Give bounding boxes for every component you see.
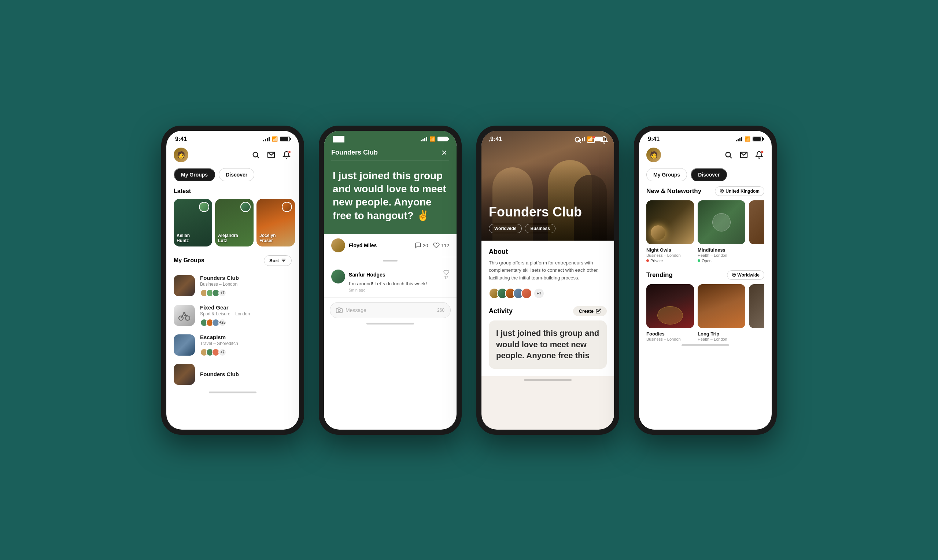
notification-icon-1[interactable] xyxy=(282,150,292,160)
group-thumb-founders2 xyxy=(174,364,195,385)
sort-button[interactable]: Sort xyxy=(264,255,292,266)
message-item-1[interactable]: Sanfur Hodges 12 I´m around! Let´s do lu… xyxy=(324,265,456,298)
status-dot-mindfulness xyxy=(698,259,700,262)
trending-location-label: Worldwide xyxy=(738,272,759,278)
wifi-icon-1: 📶 xyxy=(272,136,278,142)
latest-card-alejandra[interactable]: AlejandraLutz xyxy=(215,199,254,246)
comment-count-text: 20 xyxy=(423,243,428,248)
discover-tab-4[interactable]: Discover xyxy=(691,168,727,181)
battery-icon-2 xyxy=(437,137,448,142)
latest-avatar-kellan xyxy=(199,202,209,212)
mail-icon-1[interactable] xyxy=(266,150,276,160)
svg-point-6 xyxy=(185,316,190,320)
latest-card-kellan[interactable]: KellanHuntz xyxy=(174,199,212,246)
group-info-fixedgear: Fixed Gear Sport & Leisure – London +25 xyxy=(200,305,292,327)
card-status-label-night-owls: Private xyxy=(650,258,663,263)
message-input[interactable]: Message xyxy=(345,307,437,313)
user-avatar-4[interactable]: 🧑 xyxy=(646,148,661,162)
activity-title: Activity xyxy=(489,307,513,315)
notification-dot-1 xyxy=(288,151,291,154)
latest-scroll: KellanHuntz AlejandraLutz JocelynFraser xyxy=(166,199,299,254)
msg-content-1: Sanfur Hodges 12 I´m around! Let´s do lu… xyxy=(349,269,449,292)
group-more-founders: +7 xyxy=(219,289,226,297)
latest-card-jocelyn[interactable]: JocelynFraser xyxy=(256,199,295,246)
trending-title: Trending xyxy=(646,271,673,279)
big-message: I just joined this group and would love … xyxy=(333,169,448,223)
group-item-founders[interactable]: Founders Club Business – London +7 xyxy=(166,271,299,301)
card-long-trip[interactable]: Long Trip Health – London xyxy=(698,284,745,342)
my-groups-title: My Groups xyxy=(174,257,205,264)
svg-point-16 xyxy=(721,190,722,191)
home-indicator-4 xyxy=(682,344,729,346)
comment-count: 20 xyxy=(415,242,428,249)
nn-cards: Night Owls Business – London Private xyxy=(646,200,764,263)
status-bar-2: 9:41 📶 xyxy=(324,131,456,145)
chat-header-divider xyxy=(331,160,449,160)
group-info-founders: Founders Club Business – London +7 xyxy=(200,275,292,297)
notification-icon-4[interactable] xyxy=(754,150,764,160)
group-name-founders2: Founders Club xyxy=(200,371,292,377)
msg-like-1[interactable]: 12 xyxy=(444,269,449,280)
phone-2-shell: 9:41 📶 Founders Club ✕ xyxy=(319,126,462,435)
battery-icon-3 xyxy=(595,137,605,142)
card-name-mindfulness: Mindfulness xyxy=(698,247,745,253)
card-img-mindfulness xyxy=(698,200,745,244)
mail-icon-4[interactable] xyxy=(739,150,749,160)
card-sub-foodies: Business – London xyxy=(646,337,694,342)
svg-point-17 xyxy=(733,274,734,275)
user-avatar-1[interactable]: 🧑 xyxy=(174,148,188,162)
search-icon-1[interactable] xyxy=(251,150,261,160)
post-card[interactable]: I just joined this group and would love … xyxy=(489,320,607,369)
close-button[interactable]: ✕ xyxy=(439,148,449,158)
card-bedroom[interactable] xyxy=(749,284,764,342)
trending-location[interactable]: Worldwide xyxy=(727,270,764,280)
msg-text-1: I´m around! Let´s do lunch this week! xyxy=(349,281,449,286)
notification-dot-4 xyxy=(761,151,764,154)
search-icon-4[interactable] xyxy=(723,150,733,160)
group-name-founders: Founders Club xyxy=(200,275,292,281)
new-noteworthy-section: New & Noteworthy United Kingdom xyxy=(639,186,772,263)
card-mindfulness[interactable]: Mindfulness Health – London Open xyxy=(698,200,745,263)
latest-name-kellan: KellanHuntz xyxy=(177,233,190,243)
signal-icon-1 xyxy=(263,137,270,142)
phone-4-shell: 9:41 📶 🧑 xyxy=(634,126,777,435)
svg-point-9 xyxy=(338,309,340,312)
create-button[interactable]: Create xyxy=(573,306,607,316)
bike-icon xyxy=(178,309,191,322)
tag-business[interactable]: Business xyxy=(525,224,555,233)
group-sub-founders: Business – London xyxy=(200,282,292,287)
message-input-container[interactable]: Message 260 xyxy=(330,302,451,318)
group-thumb-founders xyxy=(174,275,195,296)
chat-title: Founders Club xyxy=(331,149,378,156)
msg-heart-icon xyxy=(444,269,449,275)
group-item-escapism[interactable]: Escapism Travel – Shoreditch +7 xyxy=(166,330,299,360)
group-item-fixedgear[interactable]: Fixed Gear Sport & Leisure – London +25 xyxy=(166,301,299,330)
card-good-d[interactable] xyxy=(749,200,764,263)
wifi-icon-3: 📶 xyxy=(587,136,593,142)
phone-1-shell: 9:41 📶 🧑 xyxy=(161,126,304,435)
group-sub-escapism: Travel – Shoreditch xyxy=(200,341,292,346)
status-time-1: 9:41 xyxy=(175,136,187,143)
latest-title: Latest xyxy=(166,186,299,199)
latest-avatar-alejandra xyxy=(240,202,251,212)
card-img-long-trip xyxy=(698,284,745,328)
nn-location[interactable]: United Kingdom xyxy=(715,186,764,196)
group-item-founders2[interactable]: Founders Club xyxy=(166,360,299,389)
phone-3-content: About This group offers a platform for e… xyxy=(482,241,614,377)
header-icons-1 xyxy=(251,150,292,160)
group-thumb-escapism xyxy=(174,334,195,355)
about-title: About xyxy=(489,248,607,255)
members-row: +7 xyxy=(489,288,607,299)
discover-tab-1[interactable]: Discover xyxy=(219,168,254,181)
poster-avatar xyxy=(331,238,345,252)
my-groups-tab-4[interactable]: My Groups xyxy=(646,168,687,181)
my-groups-tab-1[interactable]: My Groups xyxy=(174,168,215,181)
card-foodies[interactable]: Foodies Business – London xyxy=(646,284,694,342)
group-sub-fixedgear: Sport & Leisure – London xyxy=(200,311,292,317)
tag-worldwide[interactable]: Worldwide xyxy=(489,224,522,233)
card-sub-mindfulness: Health – London xyxy=(698,253,745,257)
home-indicator-3 xyxy=(524,379,571,381)
group-name-escapism: Escapism xyxy=(200,334,292,340)
card-img-bedroom xyxy=(749,284,764,328)
card-night-owls[interactable]: Night Owls Business – London Private xyxy=(646,200,694,263)
